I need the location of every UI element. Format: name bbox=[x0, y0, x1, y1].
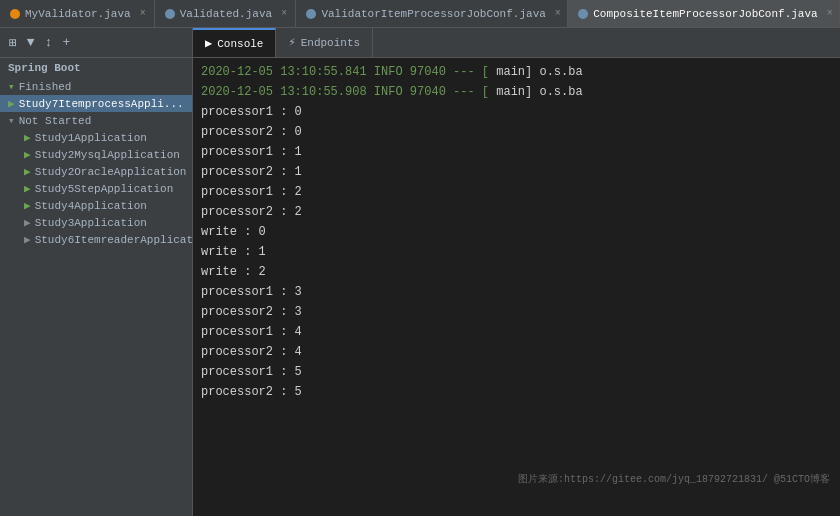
spring-boot-label: Spring Boot bbox=[0, 58, 192, 78]
sidebar-item-icon-0: ▶ bbox=[24, 131, 31, 144]
console-tab-label-1: Endpoints bbox=[301, 37, 360, 49]
log-line-8: write : 0 bbox=[193, 222, 840, 242]
sidebar-item-icon-5: ▶ bbox=[24, 216, 31, 229]
log-text-9: write : 1 bbox=[201, 245, 266, 259]
log-text-2: processor1 : 0 bbox=[201, 105, 302, 119]
sidebar-item-0[interactable]: ▶Study1Application bbox=[0, 129, 192, 146]
log-line-12: processor2 : 3 bbox=[193, 302, 840, 322]
sidebar-content: Spring Boot ▾ Finished ▶ Study7Itemproce… bbox=[0, 58, 192, 516]
log-rest-0: main] o.s.ba bbox=[489, 65, 583, 79]
active-app-label: Study7ItemprocessAppli... bbox=[19, 98, 184, 110]
tab-close-validatoritemprocessor[interactable]: × bbox=[555, 8, 561, 19]
tab-validatoritemprocessor[interactable]: ValidatorItemProcessorJobConf.java× bbox=[296, 0, 568, 27]
log-line-4: processor1 : 1 bbox=[193, 142, 840, 162]
log-text-13: processor1 : 4 bbox=[201, 325, 302, 339]
log-text-8: write : 0 bbox=[201, 225, 266, 239]
tab-icon-myvalidator bbox=[10, 9, 20, 19]
tab-close-myvalidator[interactable]: × bbox=[140, 8, 146, 19]
sidebar-item-icon-4: ▶ bbox=[24, 199, 31, 212]
tab-validated[interactable]: Validated.java× bbox=[155, 0, 297, 27]
sidebar-item-4[interactable]: ▶Study4Application bbox=[0, 197, 192, 214]
log-level-0: INFO 97040 --- [ bbox=[374, 65, 489, 79]
add-icon[interactable]: + bbox=[59, 34, 73, 51]
sidebar-item-label-0: Study1Application bbox=[35, 132, 147, 144]
tab-label-myvalidator: MyValidator.java bbox=[25, 8, 131, 20]
sort-icon[interactable]: ↕ bbox=[42, 34, 56, 51]
log-timestamp-1: 2020-12-05 13:10:55.908 bbox=[201, 85, 367, 99]
not-started-label: Not Started bbox=[19, 115, 92, 127]
console-tab-icon-0: ▶ bbox=[205, 36, 212, 51]
tab-label-validated: Validated.java bbox=[180, 8, 272, 20]
log-line-2: processor1 : 0 bbox=[193, 102, 840, 122]
sidebar-item-label-6: Study6ItemreaderApplicat... bbox=[35, 234, 192, 246]
tab-close-validated[interactable]: × bbox=[281, 8, 287, 19]
run-icon: ▶ bbox=[8, 97, 15, 110]
log-line-6: processor1 : 2 bbox=[193, 182, 840, 202]
log-text-10: write : 2 bbox=[201, 265, 266, 279]
sidebar-item-label-3: Study5StepApplication bbox=[35, 183, 174, 195]
finished-section: ▾ Finished bbox=[0, 78, 192, 95]
console-area: ▶Console⚡Endpoints 2020-12-05 13:10:55.8… bbox=[193, 28, 840, 516]
tab-bar: MyValidator.java×Validated.java×Validato… bbox=[0, 0, 840, 28]
main-layout: ⊞ ▼ ↕ + Spring Boot ▾ Finished ▶ Study7I… bbox=[0, 28, 840, 516]
log-text-16: processor2 : 5 bbox=[201, 385, 302, 399]
log-text-4: processor1 : 1 bbox=[201, 145, 302, 159]
chevron-down-icon: ▾ bbox=[8, 80, 15, 93]
log-line-0: 2020-12-05 13:10:55.841 INFO 97040 --- [… bbox=[193, 62, 840, 82]
sidebar-item-2[interactable]: ▶Study2OracleApplication bbox=[0, 163, 192, 180]
tab-close-compositeitemprocessor[interactable]: × bbox=[827, 8, 833, 19]
log-text-7: processor2 : 2 bbox=[201, 205, 302, 219]
sidebar: ⊞ ▼ ↕ + Spring Boot ▾ Finished ▶ Study7I… bbox=[0, 28, 193, 516]
log-line-13: processor1 : 4 bbox=[193, 322, 840, 342]
log-rest-1: main] o.s.ba bbox=[489, 85, 583, 99]
tab-label-compositeitemprocessor: CompositeItemProcessorJobConf.java bbox=[593, 8, 817, 20]
log-text-5: processor2 : 1 bbox=[201, 165, 302, 179]
log-level-1: INFO 97040 --- [ bbox=[374, 85, 489, 99]
sidebar-item-icon-2: ▶ bbox=[24, 165, 31, 178]
sidebar-item-icon-1: ▶ bbox=[24, 148, 31, 161]
sidebar-item-icon-6: ▶ bbox=[24, 233, 31, 246]
tab-myvalidator[interactable]: MyValidator.java× bbox=[0, 0, 155, 27]
console-output[interactable]: 2020-12-05 13:10:55.841 INFO 97040 --- [… bbox=[193, 58, 840, 516]
sidebar-item-5[interactable]: ▶Study3Application bbox=[0, 214, 192, 231]
console-tab-icon-1: ⚡ bbox=[288, 35, 295, 50]
tab-icon-compositeitemprocessor bbox=[578, 9, 588, 19]
log-line-16: processor2 : 5 bbox=[193, 382, 840, 402]
active-app-item[interactable]: ▶ Study7ItemprocessAppli... bbox=[0, 95, 192, 112]
sidebar-item-label-2: Study2OracleApplication bbox=[35, 166, 187, 178]
sidebar-item-3[interactable]: ▶Study5StepApplication bbox=[0, 180, 192, 197]
log-line-5: processor2 : 1 bbox=[193, 162, 840, 182]
log-line-3: processor2 : 0 bbox=[193, 122, 840, 142]
console-tab-label-0: Console bbox=[217, 38, 263, 50]
tab-icon-validated bbox=[165, 9, 175, 19]
console-tab-1[interactable]: ⚡Endpoints bbox=[276, 28, 373, 57]
log-text-6: processor1 : 2 bbox=[201, 185, 302, 199]
log-line-10: write : 2 bbox=[193, 262, 840, 282]
console-tab-0[interactable]: ▶Console bbox=[193, 28, 276, 57]
sidebar-item-label-5: Study3Application bbox=[35, 217, 147, 229]
log-line-11: processor1 : 3 bbox=[193, 282, 840, 302]
log-line-1: 2020-12-05 13:10:55.908 INFO 97040 --- [… bbox=[193, 82, 840, 102]
sidebar-toolbar: ⊞ ▼ ↕ + bbox=[0, 28, 192, 58]
tab-icon-validatoritemprocessor bbox=[306, 9, 316, 19]
sidebar-item-6[interactable]: ▶Study6ItemreaderApplicat... bbox=[0, 231, 192, 248]
sidebar-item-1[interactable]: ▶Study2MysqlApplication bbox=[0, 146, 192, 163]
tab-compositeitemprocessor[interactable]: CompositeItemProcessorJobConf.java× bbox=[568, 0, 840, 27]
log-line-14: processor2 : 4 bbox=[193, 342, 840, 362]
not-started-section: ▾ Not Started bbox=[0, 112, 192, 129]
log-line-7: processor2 : 2 bbox=[193, 202, 840, 222]
console-tabs: ▶Console⚡Endpoints bbox=[193, 28, 840, 58]
sidebar-item-label-4: Study4Application bbox=[35, 200, 147, 212]
sidebar-item-label-1: Study2MysqlApplication bbox=[35, 149, 180, 161]
log-line-9: write : 1 bbox=[193, 242, 840, 262]
watermark: 图片来源:https://gitee.com/jyq_18792721831/ … bbox=[518, 472, 830, 486]
sidebar-item-icon-3: ▶ bbox=[24, 182, 31, 195]
log-text-11: processor1 : 3 bbox=[201, 285, 302, 299]
filter-icon[interactable]: ▼ bbox=[24, 34, 38, 51]
log-text-3: processor2 : 0 bbox=[201, 125, 302, 139]
log-timestamp-0: 2020-12-05 13:10:55.841 bbox=[201, 65, 367, 79]
log-text-14: processor2 : 4 bbox=[201, 345, 302, 359]
tab-label-validatoritemprocessor: ValidatorItemProcessorJobConf.java bbox=[321, 8, 545, 20]
grid-icon[interactable]: ⊞ bbox=[6, 34, 20, 52]
chevron-down-icon-2: ▾ bbox=[8, 114, 15, 127]
